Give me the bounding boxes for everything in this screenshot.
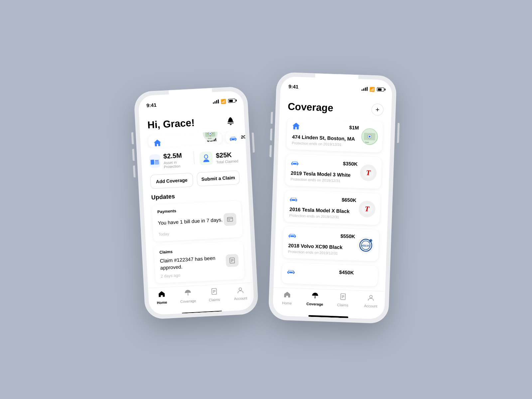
tab-coverage-left[interactable]: Coverage [175,289,201,304]
tab-bar-left: Home Coverage [148,282,254,313]
cov-volvo-amount: $550K [340,233,355,239]
update-claims-time: 2 days ago [161,270,239,278]
account-tab-icon-right [367,294,374,303]
bell-button[interactable] [224,115,237,127]
phone-left: 9:41 📶 Hi, Grace! [134,86,258,320]
claims-tab-icon-right [339,293,346,302]
update-payments-text: You have 1 bill due in 7 days. [158,216,224,226]
coverage-item-partial[interactable]: $450K [282,263,378,287]
stat-claimed-value: $25K [216,151,238,159]
update-claims-row: Claim #122347 has been approved. [160,253,239,271]
update-payments-row: You have 1 bill due in 7 days. [158,213,237,229]
tab-home-label-right: Home [282,301,292,305]
coverage-item-volvo[interactable]: $550K 2018 Volvo XC90 Black Protection e… [283,226,379,261]
stat-total-claimed: $25K Total Claimed [199,149,239,167]
coverage-screen-content: Coverage + [273,91,392,319]
account-tab-icon-left [237,287,244,295]
update-claims-text: Claim #122347 has been approved. [160,254,226,271]
svg-text:T: T [365,204,370,213]
svg-rect-11 [155,161,160,165]
tab-claims-left[interactable]: Claims [201,287,228,302]
cov-home-amount: $1M [349,125,359,131]
tab-account-left[interactable]: Account [227,286,254,301]
umbrella-tab-icon-right [312,292,319,301]
svg-rect-10 [151,160,154,165]
coverage-item-home[interactable]: $1M 474 Linden St, Boston, MA Protection… [286,118,383,153]
svg-point-45 [370,295,372,298]
tab-account-right[interactable]: Account [357,294,385,309]
coverage-item-tesla-3[interactable]: $350K 2019 Tesla Model 3 White Protectio… [285,154,382,189]
svg-point-23 [239,288,241,290]
stat-asset-icon [149,154,161,168]
coverage-item-tesla-x[interactable]: $650K 2016 Tesla Model X Black Protectio… [284,190,380,225]
update-payments-category: Payments [157,205,236,214]
tab-account-label-right: Account [364,304,377,308]
stat-asset-value: $2.5M [163,151,189,160]
submit-claim-button[interactable]: Submit a Claim [197,170,240,187]
coverage-list: $1M 474 Linden St, Boston, MA Protection… [274,117,391,291]
add-coverage-button-right[interactable]: + [371,103,384,116]
update-payments-card: Payments You have 1 bill due in 7 days. … [152,200,242,242]
battery-icon-right [377,87,384,91]
phone-left-screen: 9:41 📶 Hi, Grace! [138,90,254,315]
signal-icon-left [213,99,219,104]
update-payments-time: Today [158,228,237,237]
stats-divider [193,151,194,164]
tab-bar-right: Home Coverage [273,287,385,317]
update-claims-card: Claims Claim #122347 has been approved. [154,241,245,284]
status-time-right: 9:41 [288,83,299,89]
phone-right: 9:41 📶 Coverage + [268,72,397,324]
umbrella-tab-icon-left [184,289,191,298]
update-claims-icon [225,254,239,267]
tab-claims-right[interactable]: Claims [329,293,357,308]
stat-asset-protection: $2.5M Asset in Protection [149,151,189,170]
coverage-title: Coverage [288,101,333,114]
stat-asset-label: Asset in Protection [164,160,189,169]
update-payments-icon [223,213,237,226]
status-icons-left: 📶 [213,98,236,104]
claims-tab-icon-left [210,288,217,297]
wifi-icon-left: 📶 [221,98,226,104]
tab-coverage-label-left: Coverage [180,299,196,303]
home-tab-icon-left [158,291,165,299]
home-indicator-right [308,315,348,318]
svg-text:VOLVO: VOLVO [361,244,370,247]
battery-icon-left [228,98,236,103]
phones-container: 9:41 📶 Hi, Grace! [140,77,392,322]
greeting-text: Hi, Grace! [147,117,195,131]
tab-home-right[interactable]: Home [273,291,301,306]
stat-claimed-icon [199,152,213,166]
wifi-icon-right: 📶 [369,86,375,92]
cov-teslax-amount: $650K [341,197,356,203]
svg-text:State: State [208,137,212,139]
tab-account-label-left: Account [234,296,247,301]
cov-car4-icon [287,267,373,279]
tab-coverage-right[interactable]: Coverage [301,292,329,307]
coverage-header: Coverage + [279,93,392,121]
home-tab-icon-right [284,291,291,300]
svg-rect-14 [228,220,230,220]
status-icons-right: 📶 [361,86,384,92]
tab-home-left[interactable]: Home [148,290,175,305]
tab-coverage-label-right: Coverage [307,302,324,306]
svg-text:State: State [365,141,369,143]
cov-home-map: State [361,128,378,145]
tab-claims-label-right: Claims [337,303,348,307]
cov-tesla3-amount: $350K [343,161,358,167]
svg-text:T: T [366,168,371,177]
phone-right-screen: 9:41 📶 Coverage + [273,76,393,319]
stat-claimed-label: Total Claimed [216,159,238,164]
signal-icon-right [361,87,367,91]
svg-line-13 [227,218,233,219]
home-screen-content: Hi, Grace! $1 [139,105,254,315]
tab-home-label-left: Home [157,300,167,305]
notch-right [315,73,358,85]
svg-rect-12 [227,217,233,221]
car-coverage-card-partial[interactable]: 2C Pro [225,130,246,144]
add-coverage-button[interactable]: Add Coverage [150,173,193,189]
tab-claims-label-left: Claims [209,298,220,302]
status-time-left: 9:41 [146,102,157,108]
cov-car4-amount: $450K [339,269,354,276]
update-claims-category: Claims [159,246,238,255]
